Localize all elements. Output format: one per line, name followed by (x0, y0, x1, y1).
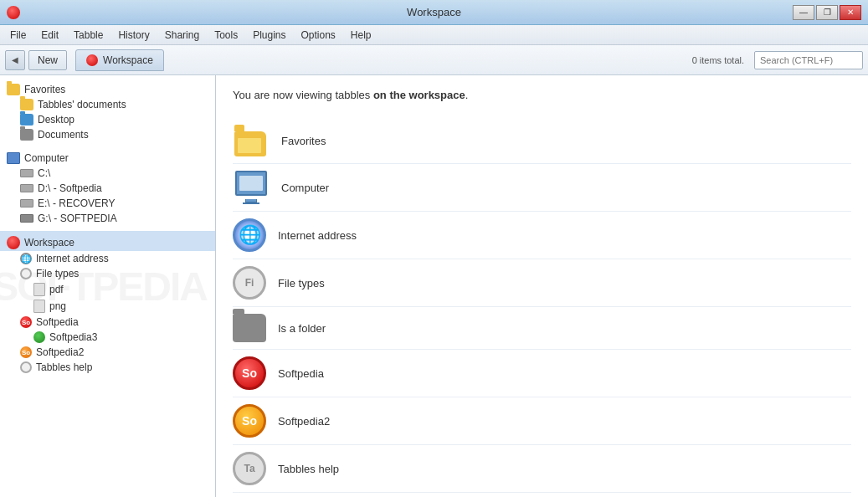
sidebar-item-png[interactable]: png (0, 298, 215, 315)
content-filetypes-label: File types (278, 277, 325, 289)
toolbar: ◀ New Workspace 0 items total. (0, 45, 868, 75)
sidebar-pdf-label: pdf (49, 284, 64, 295)
sidebar-item-computer[interactable]: Computer (0, 147, 215, 166)
tabbles-docs-icon (20, 99, 33, 110)
sidebar-item-pdf[interactable]: pdf (0, 281, 215, 298)
softpedia-large-icon: So (233, 356, 266, 390)
content-header: You are now viewing tabbles on the works… (233, 89, 851, 101)
content-item-internet[interactable]: 🌐 Internet address (233, 212, 851, 259)
softpedia-icon: So (20, 316, 32, 328)
workspace-tab-icon (86, 54, 98, 66)
content-internet-label: Internet address (278, 229, 357, 242)
sidebar-filetypes-label: File types (36, 268, 79, 279)
sidebar-item-g-drive[interactable]: G:\ - SOFTPEDIA (0, 211, 215, 226)
search-bar (754, 51, 863, 69)
sidebar-item-file-types[interactable]: File types (0, 266, 215, 281)
filetypes-large-icon: Fi (233, 266, 266, 300)
documents-icon (20, 129, 33, 141)
d-drive-icon (20, 184, 33, 192)
menu-tabble[interactable]: Tabble (67, 28, 110, 43)
minimize-button[interactable]: — (793, 5, 814, 20)
search-input[interactable] (754, 51, 863, 69)
content-item-computer[interactable]: Computer (233, 164, 851, 212)
softpedia2-icon: So (20, 346, 32, 358)
sidebar-item-documents[interactable]: Documents (0, 127, 215, 142)
c-drive-icon (20, 169, 33, 177)
sidebar-item-tabbles-docs[interactable]: Tabbles' documents (0, 97, 215, 112)
filetypes-icon (20, 268, 32, 279)
restore-button[interactable]: ❐ (816, 5, 838, 20)
menu-history[interactable]: History (111, 28, 156, 43)
sidebar-item-workspace[interactable]: Workspace (0, 231, 215, 251)
workspace-icon (7, 236, 20, 249)
sidebar-item-c-drive[interactable]: C:\ (0, 166, 215, 181)
back-button[interactable]: ◀ (5, 50, 25, 70)
sidebar-softpedia-label: Softpedia (36, 316, 79, 328)
new-button[interactable]: New (28, 50, 67, 70)
sidebar-item-d-drive[interactable]: D:\ - Softpedia (0, 181, 215, 196)
internet-large-icon: 🌐 (233, 218, 266, 252)
g-drive-icon (20, 214, 33, 223)
sidebar-item-tabbles-help[interactable]: Tabbles help (0, 360, 215, 375)
content-item-favorites[interactable]: Favorites (233, 118, 851, 164)
close-icon: ✕ (847, 8, 854, 17)
sidebar-softpedia3-label: Softpedia3 (49, 331, 97, 343)
sidebar-softpedia2-label: Softpedia2 (36, 346, 84, 358)
sidebar-tabbles-docs-label: Tabbles' documents (38, 99, 126, 110)
content-header-suffix: . (465, 89, 469, 101)
content-header-text: You are now viewing tabbles (233, 89, 373, 101)
menu-tools[interactable]: Tools (208, 28, 244, 43)
sidebar-item-favorites[interactable]: Favorites (0, 79, 215, 97)
content-item-tabbles-help[interactable]: Ta Tabbles help (233, 445, 851, 493)
sidebar-desktop-label: Desktop (38, 114, 74, 126)
items-count: 0 items total. (692, 55, 744, 65)
sidebar-d-drive-label: D:\ - Softpedia (38, 182, 102, 194)
sidebar-g-drive-label: G:\ - SOFTPEDIA (38, 213, 117, 224)
content-softpedia2-label: Softpedia2 (278, 415, 330, 428)
title-bar-controls: — ❐ ✕ (793, 5, 861, 20)
tabbles-help-icon (20, 361, 32, 373)
content-item-filetypes[interactable]: Fi File types (233, 259, 851, 307)
sidebar-computer-label: Computer (24, 152, 69, 164)
favorites-large-icon (233, 125, 270, 156)
softpedia3-icon (33, 331, 45, 343)
back-icon: ◀ (12, 55, 18, 64)
close-button[interactable]: ✕ (840, 5, 861, 20)
menu-file[interactable]: File (3, 28, 33, 43)
sidebar-item-softpedia3[interactable]: Softpedia3 (0, 330, 215, 345)
sidebar-c-drive-label: C:\ (38, 167, 50, 179)
main-layout: SOFTPEDIA Favorites Tabbles' documents D… (0, 75, 868, 497)
sidebar-item-internet-address[interactable]: Internet address (0, 251, 215, 266)
sidebar-item-e-drive[interactable]: E:\ - RECOVERY (0, 196, 215, 211)
restore-icon: ❐ (824, 8, 831, 17)
menu-sharing[interactable]: Sharing (158, 28, 206, 43)
sidebar-item-desktop[interactable]: Desktop (0, 112, 215, 127)
sidebar: SOFTPEDIA Favorites Tabbles' documents D… (0, 75, 216, 497)
tab-bar: Workspace (75, 49, 689, 71)
workspace-tab[interactable]: Workspace (75, 49, 164, 71)
folder-large-icon (233, 314, 266, 342)
sidebar-tabbles-help-label: Tabbles help (36, 361, 92, 373)
content-header-bold: on the workspace (373, 89, 465, 101)
menu-options[interactable]: Options (295, 28, 342, 43)
content-item-softpedia[interactable]: So Softpedia (233, 350, 851, 397)
tabbles-help-large-icon: Ta (233, 452, 266, 485)
pdf-icon (33, 283, 45, 296)
content-tabbles-help-label: Tabbles help (278, 463, 339, 475)
sidebar-e-drive-label: E:\ - RECOVERY (38, 197, 115, 209)
sidebar-item-softpedia2[interactable]: So Softpedia2 (0, 345, 215, 360)
sidebar-favorites-label: Favorites (24, 84, 65, 95)
content-item-folder[interactable]: Is a folder (233, 307, 851, 350)
e-drive-icon (20, 199, 33, 208)
sidebar-documents-label: Documents (38, 129, 89, 141)
content-computer-label: Computer (281, 182, 329, 194)
menu-edit[interactable]: Edit (34, 28, 65, 43)
computer-large-icon (233, 171, 270, 204)
favorites-folder-icon (7, 84, 20, 95)
internet-address-icon (20, 253, 32, 264)
content-item-softpedia2[interactable]: So Softpedia2 (233, 397, 851, 445)
menu-plugins[interactable]: Plugins (246, 28, 292, 43)
sidebar-item-softpedia[interactable]: So Softpedia (0, 315, 215, 330)
menu-help[interactable]: Help (344, 28, 378, 43)
menu-bar: File Edit Tabble History Sharing Tools P… (0, 25, 868, 45)
